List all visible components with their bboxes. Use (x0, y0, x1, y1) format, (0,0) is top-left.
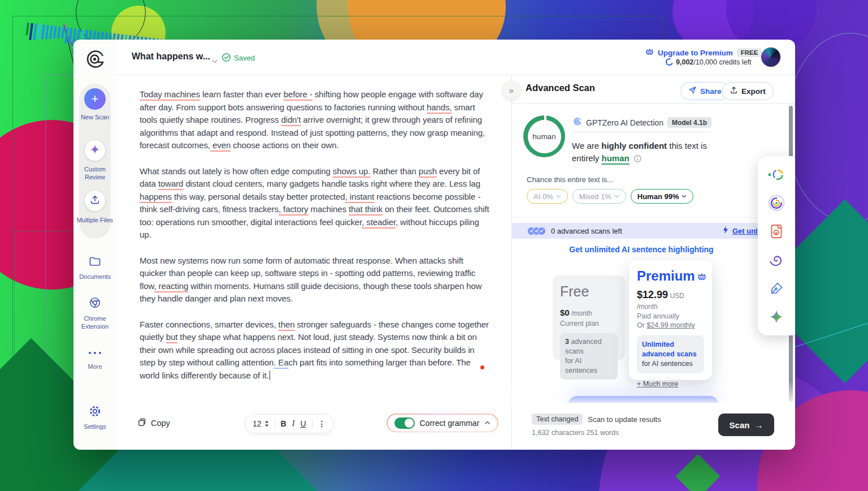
mixed-chance-pill[interactable]: Mixed 1% (572, 189, 626, 204)
chevron-down-icon (682, 195, 687, 198)
arrow-right-icon: → (754, 420, 763, 430)
chevron-up-icon[interactable] (484, 421, 491, 425)
kebab-menu-button[interactable]: ⋮ (318, 419, 326, 428)
document-title[interactable]: What happens w... (132, 51, 210, 62)
text-segment: , steadier (362, 217, 396, 227)
model-badge: Model 4.1b (667, 117, 711, 128)
upsell-heading: Get unlimited AI sentence highlighting (511, 245, 771, 254)
ai-chance-pill[interactable]: AI 0% (527, 189, 568, 204)
copy-button[interactable]: Copy (137, 417, 170, 429)
plagiarism-check-icon[interactable]: a (768, 223, 785, 240)
format-toolbar: 12 B I U ⋮ (245, 414, 333, 433)
custom-review-button[interactable] (85, 140, 105, 161)
free-features: 3 advanced scansfor AI sentences (560, 333, 618, 380)
detection-source-row: GPTZero AI Detection Model 4.1b (572, 117, 711, 128)
free-plan-card: Free $0 /month Current plan 3 advanced s… (553, 275, 625, 360)
paragraph[interactable]: Most new systems now run some form of au… (140, 255, 490, 305)
premium-plan-name: Premium (637, 268, 695, 284)
current-plan-label: Current plan (560, 320, 618, 328)
upgrade-row: Upgrade to Premium FREE (645, 48, 762, 58)
multiple-files-button[interactable] (85, 191, 105, 211)
export-button[interactable]: Export (722, 82, 774, 100)
font-size-stepper[interactable]: 12 (253, 419, 269, 428)
scan-hint: Scan to update results (588, 415, 661, 424)
ai-detection-icon[interactable] (768, 195, 785, 212)
text-segment: , factory (279, 204, 308, 214)
text-segment: learn faster than ever (200, 89, 284, 99)
text-segment: , instant (345, 192, 375, 201)
panel-footer: Text changed Scan to update results 1,63… (512, 403, 795, 450)
paragraph[interactable]: Today machines learn faster than ever be… (140, 88, 490, 152)
bold-button[interactable]: B (281, 419, 287, 428)
monthly-price-link[interactable]: $24.99 monthly (646, 321, 695, 329)
text-segment: push (419, 166, 437, 176)
collapse-panel-button[interactable]: » (502, 81, 520, 100)
human-chance-pill[interactable]: Human 99% (631, 189, 694, 204)
text-segment: but (166, 332, 178, 342)
sidebar-item-settings[interactable]: Settings (73, 423, 116, 430)
grammar-dot-indicator (480, 365, 484, 369)
text-segment: Today machines (140, 89, 200, 99)
verdict-sentence: We are highly confident this text is ent… (572, 140, 727, 166)
scan-button[interactable]: Scan→ (718, 414, 774, 436)
sidebar-item-multiple-files[interactable]: Multiple Files (73, 216, 116, 224)
free-plan-name: Free (560, 283, 618, 300)
text-segment: Rather than (370, 166, 418, 176)
floating-toolbar: a (758, 156, 795, 335)
app-window: + New Scan Custom Review Multiple Files … (73, 40, 795, 450)
verdict-term: human (602, 153, 630, 163)
paragraph[interactable]: Faster connections, smarter devices, the… (140, 318, 490, 382)
upload-icon (89, 194, 101, 208)
crown-icon (697, 268, 706, 284)
grammar-label: Correct grammar (420, 419, 480, 428)
text-segment: shows up. (333, 166, 371, 176)
text-segment: choose actions on their own. (231, 140, 338, 150)
writing-pen-icon[interactable] (768, 280, 785, 297)
upgrade-to-premium-link[interactable]: Upgrade to Premium (658, 49, 733, 57)
text-segment: within moments. Humans still guide decis… (140, 281, 481, 304)
sidebar: + New Scan Custom Review Multiple Files … (73, 40, 116, 450)
sparkle-icon[interactable] (768, 308, 785, 325)
text-segment: hands, (427, 102, 452, 112)
stepper-arrows-icon (264, 420, 269, 427)
copy-icon (137, 417, 147, 429)
new-scan-button[interactable]: + (84, 88, 106, 110)
text-segment: even (210, 140, 231, 150)
detection-source: GPTZero AI Detection (586, 118, 663, 127)
spiral-icon[interactable] (768, 252, 785, 269)
crown-icon (645, 48, 654, 58)
more-dots-icon (89, 352, 101, 354)
scan-ring-icon[interactable] (768, 166, 785, 183)
text-segment: , reacting (154, 281, 188, 291)
text-segment: that think (349, 204, 383, 214)
text-segment: Faster connections, smarter devices, (140, 320, 279, 329)
sparkle-icon (90, 144, 100, 157)
chance-pills: AI 0% Mixed 1% Human 99% (527, 189, 693, 204)
sidebar-item-new-scan[interactable]: New Scan (73, 113, 116, 121)
info-icon[interactable] (634, 153, 641, 166)
italic-button[interactable]: I (292, 419, 295, 428)
text-segment: . Ea (274, 358, 288, 367)
premium-plan-card: Premium $12.99 USD /month Paid annually … (629, 260, 712, 380)
paragraph[interactable]: What stands out lately is how often edge… (140, 165, 490, 242)
text-segment: distant cloud centers, many gadgets hand… (183, 179, 480, 188)
chevron-down-icon (614, 195, 619, 198)
grammar-toggle[interactable] (394, 417, 415, 429)
sidebar-item-documents[interactable]: Documents (73, 273, 116, 281)
text-caret (270, 371, 271, 380)
avatar[interactable] (761, 48, 780, 67)
sidebar-item-chrome-extension[interactable]: Chrome Extension (73, 315, 116, 330)
underline-button[interactable]: U (300, 419, 306, 428)
chevron-down-icon[interactable] (212, 55, 218, 66)
sidebar-item-more[interactable]: More (73, 363, 116, 371)
doc-stats: 1,632 characters 251 words (532, 429, 619, 437)
text-segment: machines (308, 204, 349, 214)
saved-check-icon (222, 53, 231, 64)
confidence-ring: human (523, 115, 565, 157)
scans-left-banner: 0 advanced scans left Get unlimited (511, 223, 795, 239)
panel-title: Advanced Scan (526, 83, 595, 93)
chevron-down-icon (556, 195, 561, 198)
sidebar-item-custom-review[interactable]: Custom Review (73, 165, 116, 181)
editor-surface[interactable]: Today machines learn faster than ever be… (140, 88, 490, 395)
text-segment: happens (140, 192, 172, 201)
